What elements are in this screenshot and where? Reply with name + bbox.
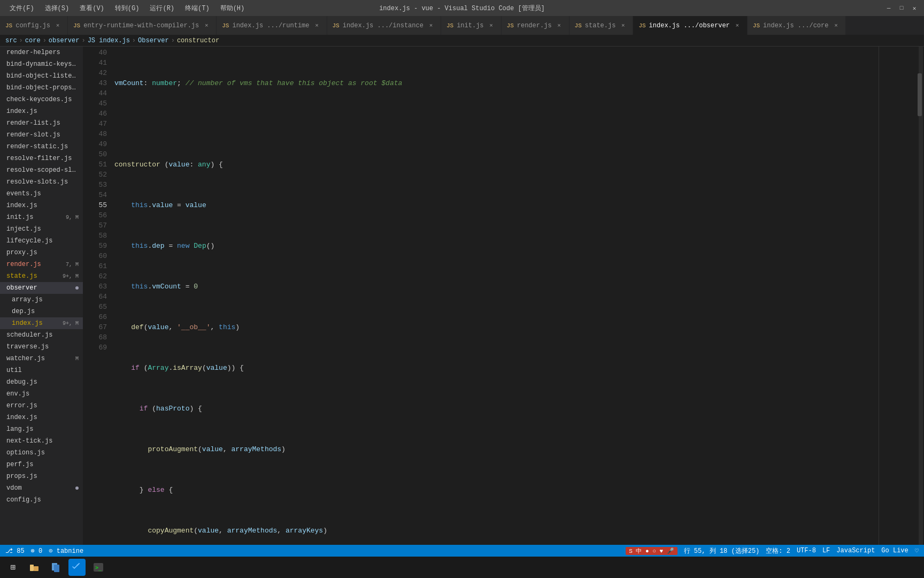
sidebar-item-index1[interactable]: index.js	[0, 105, 83, 117]
tab-close-icon[interactable]: ×	[831, 21, 840, 30]
sidebar-item-lifecycle[interactable]: lifecycle.js	[0, 235, 83, 247]
breadcrumb-observer[interactable]: observer	[49, 37, 80, 44]
sidebar-item-observer[interactable]: observer	[0, 282, 83, 294]
git-branch[interactable]: ⎇ 85	[5, 547, 25, 555]
sidebar-item-proxy[interactable]: proxy.js	[0, 247, 83, 258]
line-num: 59	[83, 241, 107, 251]
tab-close-icon[interactable]: ×	[202, 21, 211, 30]
sidebar-item-render[interactable]: render.js 7, M	[0, 258, 83, 270]
sidebar-item-util[interactable]: util	[0, 364, 83, 376]
tab-close-icon[interactable]: ×	[733, 21, 742, 30]
menu-terminal[interactable]: 终端(T)	[181, 3, 214, 14]
sidebar-item-debug[interactable]: debug.js	[0, 376, 83, 388]
sidebar-item-render-helpers[interactable]: render-helpers	[0, 47, 83, 58]
sidebar-item-index3[interactable]: index.js	[0, 412, 83, 423]
sidebar-item-options[interactable]: options.js	[0, 447, 83, 459]
code-editor[interactable]: vmCount: number; // number of vms that h…	[112, 47, 879, 545]
sidebar-item-bind-object-listeners[interactable]: bind-object-listeners.js	[0, 70, 83, 82]
sidebar-item-render-list[interactable]: render-list.js	[0, 117, 83, 129]
editor[interactable]: 40 41 42 43 44 45 46 47 48 49 50 51 52 5…	[83, 47, 924, 545]
heart-icon[interactable]: ♡	[915, 547, 919, 555]
sidebar-item-events[interactable]: events.js	[0, 188, 83, 200]
tab-state[interactable]: JS state.js ×	[569, 16, 634, 35]
vscode-button[interactable]	[68, 559, 86, 576]
sidebar-item-array[interactable]: array.js	[0, 294, 83, 306]
tab-index-observer[interactable]: JS index.js .../observer ×	[633, 16, 747, 35]
sidebar-item-bind-dynamic[interactable]: bind-dynamic-keys.js	[0, 58, 83, 70]
sidebar-item-env[interactable]: env.js	[0, 388, 83, 400]
tab-close-icon[interactable]: ×	[313, 21, 321, 30]
sidebar-item-bind-object-props[interactable]: bind-object-props.js	[0, 82, 83, 94]
files-button[interactable]	[47, 559, 64, 576]
menu-select[interactable]: 选择(S)	[41, 3, 74, 14]
tab-index-instance[interactable]: JS index.js .../instance ×	[327, 16, 441, 35]
sidebar-item-resolve-scoped-slots[interactable]: resolve-scoped-slots.js	[0, 164, 83, 176]
minimap-scrollbar[interactable]	[919, 47, 923, 545]
window-controls[interactable]: — □ ✕	[884, 4, 919, 12]
sidebar-item-watcher[interactable]: watcher.js M	[0, 353, 83, 364]
tab-label: init.js	[457, 22, 483, 29]
sidebar-item-init[interactable]: init.js 9, M	[0, 211, 83, 223]
status-sonar[interactable]: S 中 ● ○ ♥ 🎤	[626, 547, 677, 555]
tabnine-status[interactable]: ⊙ tabnine	[49, 547, 83, 555]
line-ending[interactable]: LF	[822, 547, 830, 554]
tab-close-icon[interactable]: ×	[555, 21, 564, 30]
sidebar-item-render-slot[interactable]: render-slot.js	[0, 129, 83, 141]
sidebar-item-props[interactable]: props.js	[0, 470, 83, 482]
breadcrumb-core[interactable]: core	[25, 37, 41, 44]
sidebar-item-config[interactable]: config.js	[0, 494, 83, 506]
code-line-41	[112, 119, 879, 129]
terminal-button[interactable]: >_	[90, 559, 107, 576]
breadcrumb-constructor[interactable]: constructor	[177, 37, 219, 44]
breadcrumb-indexjs[interactable]: JS index.js	[88, 37, 130, 44]
start-button[interactable]: ⊞	[4, 559, 21, 576]
go-live[interactable]: Go Live	[881, 547, 908, 554]
menu-help[interactable]: 帮助(H)	[216, 3, 249, 14]
sidebar-item-index-obs[interactable]: index.js 9+, M	[0, 317, 83, 329]
tab-close-icon[interactable]: ×	[427, 21, 435, 30]
sidebar-item-inject[interactable]: inject.js	[0, 223, 83, 235]
minimize-button[interactable]: —	[884, 4, 893, 12]
cursor-position[interactable]: 行 55, 列 18 (选择25)	[684, 546, 760, 556]
tab-index-core[interactable]: JS index.js .../core ×	[748, 16, 846, 35]
sidebar-item-check-keycodes[interactable]: check-keycodes.js	[0, 94, 83, 105]
breadcrumb-observer-class[interactable]: Observer	[138, 37, 169, 44]
encoding[interactable]: UTF-8	[797, 547, 816, 554]
tab-render[interactable]: JS render.js ×	[502, 16, 569, 35]
menu-goto[interactable]: 转到(G)	[111, 3, 144, 14]
sidebar-item-vdom[interactable]: vdom	[0, 482, 83, 494]
menu-run[interactable]: 运行(R)	[145, 3, 179, 14]
tab-close-icon[interactable]: ×	[487, 21, 496, 30]
breadcrumb-src[interactable]: src	[5, 37, 17, 44]
sidebar-item-next-tick[interactable]: next-tick.js	[0, 435, 83, 447]
file-explorer-button[interactable]	[26, 559, 43, 576]
sidebar-item-state[interactable]: state.js 9+, M	[0, 270, 83, 282]
sidebar-item-perf[interactable]: perf.js	[0, 459, 83, 470]
sidebar-item-lang[interactable]: lang.js	[0, 423, 83, 435]
sidebar-item-index2[interactable]: index.js	[0, 200, 83, 211]
sidebar-item-error[interactable]: error.js	[0, 400, 83, 412]
error-count[interactable]: ⊗ 0	[31, 547, 43, 555]
language-mode[interactable]: JavaScript	[836, 547, 875, 554]
tab-close-icon[interactable]: ×	[619, 21, 627, 30]
indentation[interactable]: 空格: 2	[766, 546, 790, 556]
tab-close-icon[interactable]: ×	[53, 21, 62, 30]
tab-label: index.js .../instance	[343, 22, 424, 29]
tab-init[interactable]: JS init.js ×	[441, 16, 502, 35]
sidebar-item-dep[interactable]: dep.js	[0, 306, 83, 317]
menu-view[interactable]: 查看(V)	[75, 3, 109, 14]
minimap-thumb[interactable]	[918, 73, 922, 116]
menu-file[interactable]: 文件(F)	[5, 3, 38, 14]
menu-bar[interactable]: 文件(F) 选择(S) 查看(V) 转到(G) 运行(R) 终端(T) 帮助(H…	[5, 3, 249, 14]
tab-entry[interactable]: JS entry-runtime-with-compiler.js ×	[68, 16, 217, 35]
sidebar-item-traverse[interactable]: traverse.js	[0, 341, 83, 353]
sidebar-item-resolve-filter[interactable]: resolve-filter.js	[0, 153, 83, 164]
tab-config[interactable]: JS config.js ×	[0, 16, 68, 35]
sidebar-item-render-static[interactable]: render-static.js	[0, 141, 83, 153]
tab-index-runtime[interactable]: JS index.js .../runtime ×	[217, 16, 327, 35]
sidebar-item-scheduler[interactable]: scheduler.js	[0, 329, 83, 341]
maximize-button[interactable]: □	[897, 4, 906, 12]
sidebar-item-resolve-slots[interactable]: resolve-slots.js	[0, 176, 83, 188]
js-icon: JS	[73, 22, 80, 29]
close-button[interactable]: ✕	[910, 4, 919, 12]
